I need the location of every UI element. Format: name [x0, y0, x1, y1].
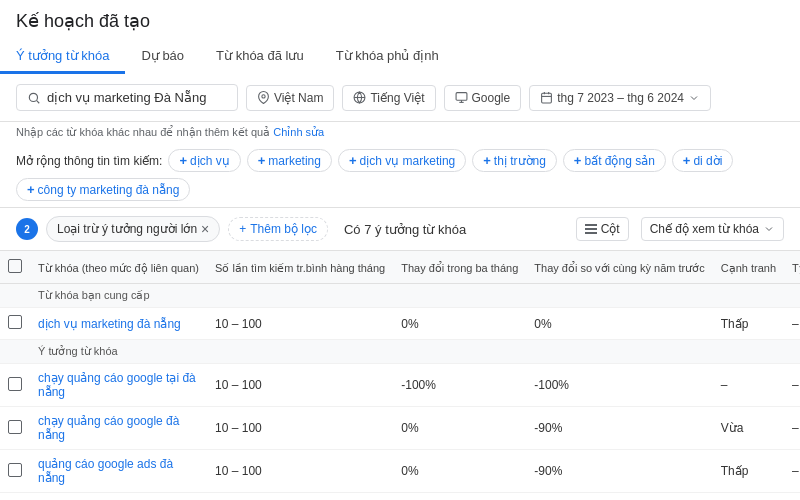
row-change-3months: +∞	[393, 493, 526, 501]
row-change-yoy: -90%	[526, 450, 712, 493]
table-header-row: Từ khóa (theo mức độ liên quan) Số lần t…	[0, 251, 800, 284]
columns-icon	[585, 224, 597, 234]
language-label: Tiếng Việt	[370, 91, 424, 105]
row-competition: Vừa	[713, 407, 784, 450]
search-box[interactable]	[16, 84, 238, 111]
row-monthly-searches: 10 – 100	[207, 407, 393, 450]
row-change-yoy: 0%	[526, 493, 712, 501]
col-change-yoy[interactable]: Thay đổi so với cùng kỳ năm trước	[526, 251, 712, 284]
row-monthly-searches: 10 – 100	[207, 493, 393, 501]
expand-chip-2[interactable]: + dịch vụ marketing	[338, 149, 466, 172]
chevron-down-icon	[763, 223, 775, 235]
tab-saved[interactable]: Từ khóa đã lưu	[200, 40, 320, 74]
network-label: Google	[472, 91, 511, 105]
col-keyword[interactable]: Từ khóa (theo mức độ liên quan)	[30, 251, 207, 284]
row-checkbox[interactable]	[0, 364, 30, 407]
network-icon	[455, 91, 468, 104]
expand-chip-0[interactable]: + dịch vụ	[168, 149, 240, 172]
search-input[interactable]	[47, 90, 227, 105]
row-competition: Thấp	[713, 450, 784, 493]
row-impression-share: –	[784, 407, 800, 450]
row-change-3months: 0%	[393, 450, 526, 493]
chevron-down-icon	[688, 92, 700, 104]
svg-line-1	[37, 100, 40, 103]
row-monthly-searches: 10 – 100	[207, 308, 393, 340]
page-title: Kế hoạch đã tạo	[16, 10, 784, 32]
filter-bar: 2 Loại trừ ý tưởng người lớn × + Thêm bộ…	[0, 208, 800, 251]
table-row: công ty chạy quảng cáo facebook đà n... …	[0, 493, 800, 501]
col-change-3months[interactable]: Thay đổi trong ba tháng	[393, 251, 526, 284]
row-keyword: quảng cáo google ads đà nẵng	[30, 450, 207, 493]
remove-filter-icon[interactable]: ×	[201, 221, 209, 237]
expand-label: Mở rộng thông tin tìm kiếm:	[16, 154, 162, 168]
location-label: Việt Nam	[274, 91, 323, 105]
location-button[interactable]: Việt Nam	[246, 85, 334, 111]
svg-point-2	[262, 95, 265, 98]
row-change-3months: 0%	[393, 407, 526, 450]
tab-forecast[interactable]: Dự báo	[125, 40, 200, 74]
row-impression-share: –	[784, 308, 800, 340]
table-row: dịch vụ marketing đà nẵng 10 – 100 0% 0%…	[0, 308, 800, 340]
page-header: Kế hoạch đã tạo Ý tưởng từ khóa Dự báo T…	[0, 0, 800, 74]
table-section-header: Từ khóa bạn cung cấp	[0, 284, 800, 308]
language-icon	[353, 91, 366, 104]
table-container: Từ khóa (theo mức độ liên quan) Số lần t…	[0, 251, 800, 500]
calendar-icon	[540, 91, 553, 104]
row-impression-share: –	[784, 450, 800, 493]
row-checkbox[interactable]	[0, 308, 30, 340]
expand-chip-4[interactable]: + bất động sản	[563, 149, 666, 172]
row-change-yoy: -90%	[526, 407, 712, 450]
row-competition: –	[713, 364, 784, 407]
filter-icon: 2	[16, 218, 38, 240]
tab-negative[interactable]: Từ khóa phủ định	[320, 40, 455, 74]
col-checkbox[interactable]	[0, 251, 30, 284]
row-change-yoy: 0%	[526, 308, 712, 340]
row-checkbox[interactable]	[0, 450, 30, 493]
keywords-table: Từ khóa (theo mức độ liên quan) Số lần t…	[0, 251, 800, 500]
row-change-yoy: -100%	[526, 364, 712, 407]
expand-chip-5[interactable]: + di dời	[672, 149, 734, 172]
date-button[interactable]: thg 7 2023 – thg 6 2024	[529, 85, 711, 111]
row-monthly-searches: 10 – 100	[207, 364, 393, 407]
col-impression-share[interactable]: Tỷ lệ hiển thị quảng cáo	[784, 251, 800, 284]
hint-link[interactable]: Chỉnh sửa	[273, 126, 324, 138]
row-keyword: chạy quảng cáo google tại đà nẵng	[30, 364, 207, 407]
hint-text: Nhập các từ khóa khác nhau để nhận thêm …	[16, 126, 270, 138]
idea-count: Có 7 ý tưởng từ khóa	[344, 222, 466, 237]
row-monthly-searches: 10 – 100	[207, 450, 393, 493]
table-row: chạy quảng cáo google tại đà nẵng 10 – 1…	[0, 364, 800, 407]
date-range-label: thg 7 2023 – thg 6 2024	[557, 91, 684, 105]
row-keyword: dịch vụ marketing đà nẵng	[30, 308, 207, 340]
expand-chip-1[interactable]: + marketing	[247, 149, 332, 172]
svg-rect-5	[456, 93, 467, 101]
search-icon	[27, 91, 41, 105]
toolbar: Việt Nam Tiếng Việt Google thg 7 2023 – …	[0, 74, 800, 122]
table-section-header: Ý tưởng từ khóa	[0, 340, 800, 364]
col-competition[interactable]: Cạnh tranh	[713, 251, 784, 284]
table-row: quảng cáo google ads đà nẵng 10 – 100 0%…	[0, 450, 800, 493]
add-filter-button[interactable]: + Thêm bộ lọc	[228, 217, 328, 241]
expand-chip-3[interactable]: + thị trường	[472, 149, 557, 172]
columns-button[interactable]: Cột	[576, 217, 629, 241]
expand-bar: Mở rộng thông tin tìm kiếm: + dịch vụ + …	[0, 143, 800, 208]
row-keyword: công ty chạy quảng cáo facebook đà n...	[30, 493, 207, 501]
row-change-3months: -100%	[393, 364, 526, 407]
network-button[interactable]: Google	[444, 85, 522, 111]
table-row: chạy quảng cáo google đà nẵng 10 – 100 0…	[0, 407, 800, 450]
expand-chip-6[interactable]: + công ty marketing đà nẵng	[16, 178, 190, 201]
row-impression-share: –	[784, 364, 800, 407]
hint-bar: Nhập các từ khóa khác nhau để nhận thêm …	[0, 122, 800, 143]
row-impression-share: –	[784, 493, 800, 501]
row-change-3months: 0%	[393, 308, 526, 340]
row-keyword: chạy quảng cáo google đà nẵng	[30, 407, 207, 450]
row-checkbox[interactable]	[0, 493, 30, 501]
row-competition: Thấp	[713, 493, 784, 501]
svg-point-0	[29, 93, 37, 101]
location-icon	[257, 91, 270, 104]
language-button[interactable]: Tiếng Việt	[342, 85, 435, 111]
filter-chip-0[interactable]: Loại trừ ý tưởng người lớn ×	[46, 216, 220, 242]
view-dropdown[interactable]: Chế độ xem từ khóa	[641, 217, 784, 241]
tab-ideas[interactable]: Ý tưởng từ khóa	[0, 40, 125, 74]
row-checkbox[interactable]	[0, 407, 30, 450]
col-monthly-searches[interactable]: Số lần tìm kiếm tr.bình hàng tháng	[207, 251, 393, 284]
